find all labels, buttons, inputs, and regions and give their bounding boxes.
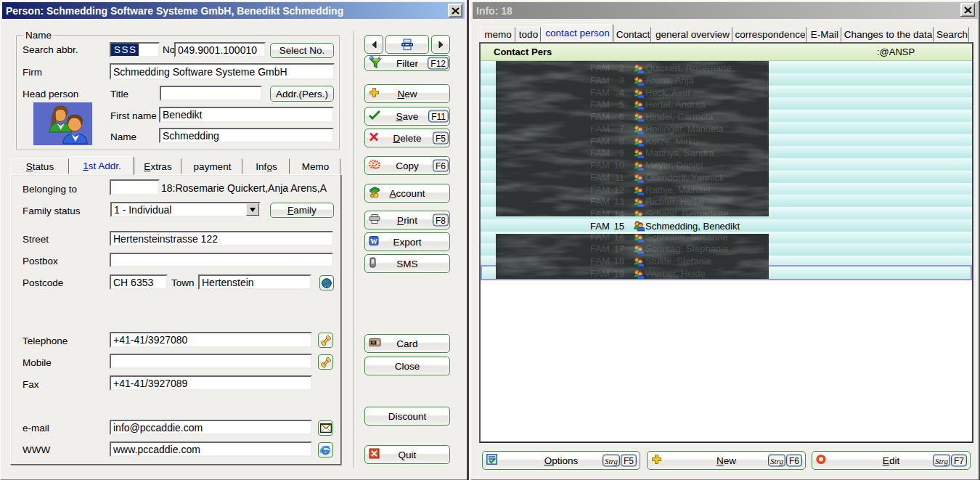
svg-text:ID: ID (372, 341, 375, 344)
svg-text:W: W (370, 237, 377, 245)
